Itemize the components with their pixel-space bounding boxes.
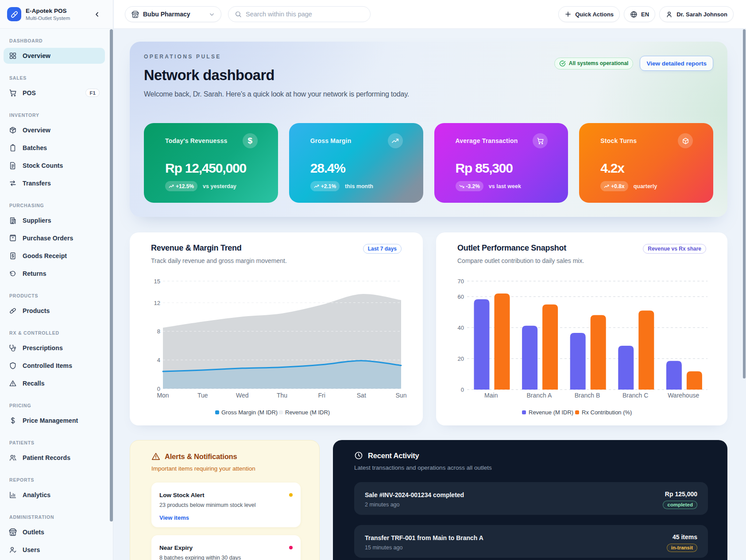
svg-text:4: 4 <box>157 357 160 363</box>
svg-text:Sun: Sun <box>396 392 407 399</box>
svg-text:Gross Margin (M IDR): Gross Margin (M IDR) <box>221 409 278 416</box>
svg-text:0: 0 <box>157 386 160 392</box>
svg-text:Thu: Thu <box>277 392 287 399</box>
svg-text:Warehouse: Warehouse <box>668 392 699 399</box>
svg-text:70: 70 <box>458 278 464 285</box>
svg-text:8: 8 <box>157 328 160 335</box>
svg-text:Wed: Wed <box>236 392 249 399</box>
svg-text:40: 40 <box>458 324 464 331</box>
svg-text:Sat: Sat <box>357 392 366 399</box>
svg-text:Branch C: Branch C <box>622 392 648 399</box>
svg-text:Revenue (M IDR): Revenue (M IDR) <box>285 409 330 416</box>
svg-text:15: 15 <box>154 278 160 285</box>
svg-text:Mon: Mon <box>157 392 169 399</box>
svg-text:Tue: Tue <box>197 392 208 399</box>
svg-text:Branch A: Branch A <box>526 392 552 399</box>
svg-text:0: 0 <box>461 386 464 393</box>
svg-text:Fri: Fri <box>318 392 325 399</box>
svg-text:Rx Contribution (%): Rx Contribution (%) <box>582 409 632 416</box>
svg-text:Revenue (M IDR): Revenue (M IDR) <box>529 409 573 416</box>
svg-text:20: 20 <box>458 355 464 362</box>
svg-text:Main: Main <box>484 392 498 399</box>
svg-text:Branch B: Branch B <box>575 392 600 399</box>
svg-text:60: 60 <box>458 294 464 300</box>
svg-text:12: 12 <box>154 300 160 306</box>
